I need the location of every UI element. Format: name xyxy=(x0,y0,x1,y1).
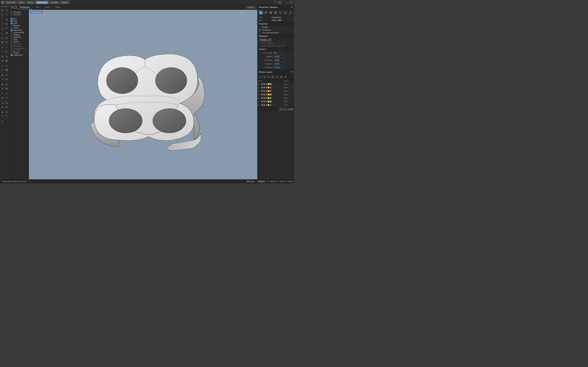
pan-view-tool[interactable] xyxy=(5,18,9,22)
persistent-radio[interactable] xyxy=(11,11,13,13)
snap-checkbox-4[interactable] xyxy=(11,27,13,29)
layer-lock-0[interactable]: 🔒 xyxy=(266,83,267,85)
radio-row-perspective[interactable]: Perspective xyxy=(257,28,294,31)
grid-tool[interactable] xyxy=(0,73,4,77)
snap-item-near[interactable]: Near xyxy=(11,20,28,22)
curve-tool[interactable] xyxy=(0,22,4,26)
layer-lock-3[interactable]: 🔒 xyxy=(266,94,267,95)
array-tool[interactable] xyxy=(5,68,9,72)
bend-tool[interactable] xyxy=(0,50,4,53)
layer-vis-dot-0[interactable] xyxy=(263,83,265,85)
prop-icon-document[interactable] xyxy=(264,10,268,15)
box-tool[interactable] xyxy=(0,77,4,81)
fillet-tool[interactable] xyxy=(0,31,4,35)
zoom-tool[interactable] xyxy=(0,83,4,86)
snap-checkbox-10[interactable] xyxy=(11,41,13,42)
snap-checkbox-7[interactable] xyxy=(11,34,13,36)
layers-icon-question[interactable]: ? xyxy=(279,75,283,79)
orient-tool[interactable] xyxy=(0,68,4,72)
layers-icon-monitor[interactable] xyxy=(275,75,279,79)
group-tool[interactable] xyxy=(5,55,9,58)
two-point-radio[interactable] xyxy=(259,32,261,34)
grid-snap-button[interactable]: Grid Snap xyxy=(5,1,17,4)
offset-tool[interactable] xyxy=(5,31,9,35)
arrow-right-tool[interactable] xyxy=(5,115,9,118)
snap-item-quadrant[interactable]: Quadrant xyxy=(11,36,28,38)
layer-lock-4[interactable]: 🔒 xyxy=(266,97,267,99)
prop-icon-help[interactable]: ? xyxy=(283,10,287,15)
sphere-tool[interactable] xyxy=(5,36,9,40)
more-tool[interactable] xyxy=(5,96,9,100)
snap-oneshot[interactable]: One shot xyxy=(11,13,28,16)
surface-tool[interactable] xyxy=(0,36,4,40)
layers-gear-icon[interactable]: ⚙ xyxy=(291,71,293,73)
box-select-tool[interactable] xyxy=(5,13,9,17)
snap-checkbox-13[interactable] xyxy=(11,47,13,49)
show-wallpaper-checkbox[interactable] xyxy=(259,42,261,44)
show-wallpaper-row[interactable]: Show wallpaper xyxy=(257,42,294,45)
wallpaper-choose-select[interactable]: Choose... xyxy=(259,38,272,42)
snap-checkbox-2[interactable] xyxy=(11,22,13,24)
history-tool[interactable] xyxy=(5,110,9,114)
analyze-tool[interactable]: i xyxy=(0,55,4,58)
tab-perspective[interactable]: Perspective xyxy=(17,5,32,9)
select-tool[interactable] xyxy=(0,8,4,12)
info-tool[interactable] xyxy=(0,101,4,105)
planar-button[interactable]: Planar xyxy=(26,1,35,4)
cam-z-input[interactable] xyxy=(274,66,284,69)
snap-checkbox-5[interactable] xyxy=(11,29,13,31)
snap-checkbox-15[interactable] xyxy=(11,52,13,54)
oneshot-radio[interactable] xyxy=(11,14,13,16)
lasso-select-tool[interactable] xyxy=(0,13,4,17)
snap-item-smarttrack[interactable]: SmartTrack xyxy=(11,54,28,56)
perspective-radio[interactable] xyxy=(259,29,261,31)
prop-icon-camera[interactable] xyxy=(259,10,263,15)
zoom-out-tool[interactable] xyxy=(5,83,9,86)
layer-row-6[interactable]: s 🔒 Conti... ⬦ xyxy=(257,103,294,107)
snap-checkbox-12[interactable] xyxy=(11,45,13,47)
view-mode-rect[interactable] xyxy=(282,1,285,4)
status-cplane[interactable]: CPlane xyxy=(257,180,265,183)
snap-item-tangent[interactable]: Tangent xyxy=(11,33,28,36)
layer-row-4[interactable]: s... 🔒 Conti... ⬦ xyxy=(257,96,294,100)
cage-tool[interactable] xyxy=(5,50,9,53)
layers-icon-page[interactable] xyxy=(263,75,267,79)
prop-icon-display[interactable] xyxy=(278,10,283,15)
snap-item-midpoint[interactable]: Midpoint xyxy=(11,25,28,27)
snap-item-project[interactable]: Project xyxy=(11,52,28,54)
tab-top[interactable]: Top xyxy=(34,5,42,9)
material-tool[interactable] xyxy=(0,105,4,109)
stop-button[interactable] xyxy=(278,1,281,4)
tab-right[interactable]: Right xyxy=(53,5,63,9)
layers-icon-bell[interactable] xyxy=(284,75,287,79)
radio-row-parallel[interactable]: Parallel xyxy=(257,26,294,28)
snap-item-end[interactable]: End xyxy=(11,18,28,20)
move-tool[interactable] xyxy=(5,77,9,81)
snap-item-on-mesh[interactable]: On mesh xyxy=(11,50,28,52)
point-select-tool[interactable] xyxy=(5,8,9,12)
snap-checkbox-6[interactable] xyxy=(11,32,13,33)
layer-active-dot-1[interactable] xyxy=(261,87,263,88)
multicolor-tool[interactable] xyxy=(5,105,9,109)
layer-vis-dot-2[interactable] xyxy=(263,90,265,92)
app-icon[interactable] xyxy=(1,1,4,4)
prop-icon-3d[interactable] xyxy=(269,10,273,15)
layer-active-dot-3[interactable] xyxy=(261,94,263,95)
settings-tool[interactable] xyxy=(0,45,4,49)
layer-remove-button[interactable]: − xyxy=(283,108,287,111)
snap-item-intersection[interactable]: Intersection xyxy=(11,29,28,31)
cam-rotation-input[interactable] xyxy=(274,55,284,58)
parallel-radio[interactable] xyxy=(259,26,261,28)
text-tool[interactable]: T xyxy=(0,64,4,68)
layer-row-0[interactable]: D... 🔒 Conti... ⬦ xyxy=(257,82,294,86)
snap-item-vertex[interactable]: Vertex xyxy=(11,40,28,43)
snap-item-point[interactable]: Point xyxy=(11,22,28,25)
render-tool[interactable] xyxy=(0,96,4,100)
pipe-tool[interactable] xyxy=(5,40,9,44)
layouts-button[interactable]: Layouts... xyxy=(246,6,257,9)
history-button[interactable]: History xyxy=(60,1,69,4)
extrude-tool[interactable] xyxy=(0,40,4,44)
snap-item-center[interactable]: Center xyxy=(11,27,28,29)
layers-icon-layout[interactable] xyxy=(271,75,275,79)
viewport[interactable]: Perspective xyxy=(29,10,257,179)
